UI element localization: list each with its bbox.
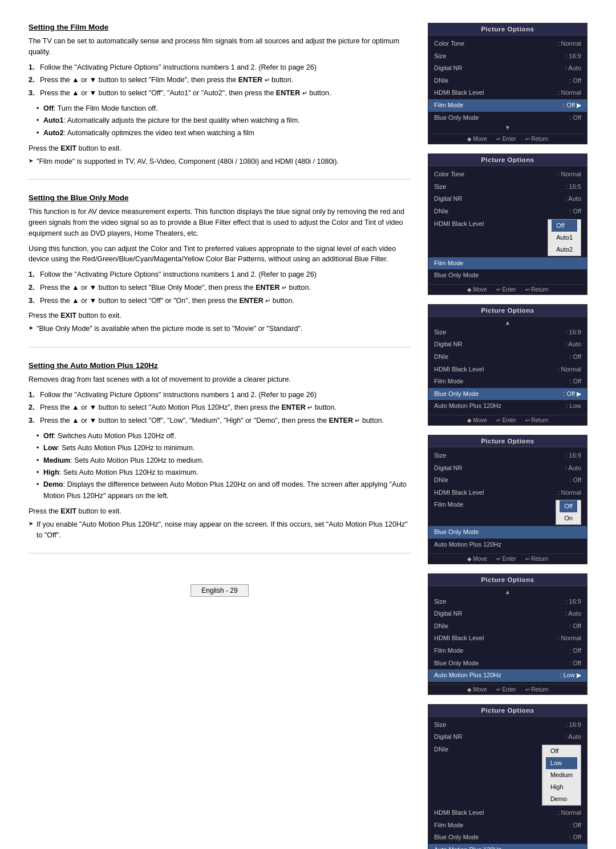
panel6-row-dnie: DNIe Off Low Medium High Demo [428,743,587,807]
tv-panel-2: Picture Options Color Tone: Normal Size:… [428,153,587,295]
dropdown2-off: Off [560,500,577,512]
tv-panel-1: Picture Options Color Tone: Normal Size:… [428,23,587,144]
panel3-return: ↩ Return [525,417,549,423]
panel3-header: Picture Options [428,305,587,317]
section-title-auto-motion: Setting the Auto Motion Plus 120Hz [29,361,411,370]
panel1-down-arrow: ▼ [428,124,587,131]
panel3-footer: ◆ Move ↵ Enter ↩ Return [428,415,587,425]
footer-wrap: English - 29 [29,567,411,597]
blue-only-step-1: 1. Follow the "Activating Picture Option… [29,269,411,280]
auto-motion-step-1: 1. Follow the "Activating Picture Option… [29,390,411,401]
panel1-enter: ↵ Enter [496,136,516,142]
panel1-footer: ◆ Move ↵ Enter ↩ Return [428,134,587,144]
panel3-enter: ↵ Enter [496,417,516,423]
am-dropdown-low: Low [546,757,577,769]
panel1-row-dnie: DNIe: Off [428,75,587,87]
panel5-footer: ◆ Move ↵ Enter ↩ Return [428,684,587,694]
panel3-move: ◆ Move [467,417,487,423]
step-num-3: 3. [29,88,37,99]
am-dropdown-medium: Medium [546,769,577,781]
tv-panel-3: Picture Options ▲ Size: 16:9 Digital NR:… [428,304,587,426]
panel4-enter: ↵ Enter [496,556,516,562]
panel4-footer: ◆ Move ↵ Enter ↩ Return [428,553,587,564]
panel5-move: ◆ Move [467,686,487,693]
panel6-header: Picture Options [428,705,587,717]
am-dropdown-demo: Demo [546,793,577,805]
panel1-header: Picture Options [428,23,587,35]
panel3-row-size: Size: 16:9 [428,326,587,339]
am-bullet-medium: Medium: Sets Auto Motion Plus 120Hz to m… [38,455,411,466]
panel5-enter: ↵ Enter [496,686,516,693]
tv-panel-5: Picture Options ▲ Size: 16:9 Digital NR:… [428,573,587,695]
section-film-mode: Setting the Film Mode The TV can be set … [29,23,411,180]
panel5-row-automotion: Auto Motion Plus 120Hz: Low ▶ [428,669,587,682]
panel3-row-blueonly: Blue Only Mode: Off ▶ [428,388,587,401]
am-step-num-1: 1. [29,390,37,401]
panel1-row-size: Size: 16:9 [428,50,587,63]
film-mode-exit-note: Press the EXIT button to exit. [29,143,411,154]
step-text-1: Follow the "Activating Picture Options" … [40,62,317,73]
panel6-row-blueonly: Blue Only Mode: Off [428,831,587,844]
tv-panel-6: Picture Options Size: 16:9 Digital NR: A… [428,704,587,849]
panel5-rows: ▲ Size: 16:9 Digital NR: Auto DNIe: Off … [428,586,587,684]
panel4-dropdown: Off On [556,500,581,525]
panel4-row-automotion: Auto Motion Plus 120Hz [428,539,587,551]
dropdown-off: Off [552,220,577,232]
panel2-header: Picture Options [428,154,587,166]
panel2-row-filmmode: Film Mode [428,257,587,270]
auto-motion-steps: 1. Follow the "Activating Picture Option… [29,390,411,426]
bullet-auto1: Auto1: Automatically adjusts the picture… [38,115,411,126]
panel1-rows: Color Tone: Normal Size: 16:9 Digital NR… [428,35,587,134]
film-mode-step-3: 3. Press the ▲ or ▼ button to select "Of… [29,88,411,99]
panel2-footer: ◆ Move ↵ Enter ↩ Return [428,284,587,294]
auto-motion-step-3: 3. Press the ▲ or ▼ button to select "Of… [29,415,411,426]
dropdown-auto1: Auto1 [552,232,577,244]
panel2-row-blueonly: Blue Only Mode [428,269,587,282]
panel6-rows: Size: 16:9 Digital NR: Auto DNIe Off Low… [428,717,587,849]
step-text-2: Press the ▲ or ▼ button to select "Film … [40,75,293,86]
section-blue-only: Setting the Blue Only Mode This function… [29,193,411,347]
panel5-row-hdmi: HDMI Black Level: Normal [428,632,587,645]
blue-only-desc2: Using this function, you can adjust the … [29,244,411,265]
blue-only-exit-note: Press the EXIT button to exit. [29,310,411,321]
panel2-row-size: Size: 16:5 [428,181,587,193]
am-step-text-1: Follow the "Activating Picture Options" … [40,390,317,401]
auto-motion-desc: Removes drag from fast scenes with a lot… [29,374,411,385]
panel6-row-size: Size: 16:9 [428,719,587,731]
panel4-row-blueonly: Blue Only Mode [428,526,587,539]
am-exit-note: Press the EXIT button to exit. [29,506,411,517]
panel2-move: ◆ Move [467,286,487,293]
blue-only-note-arrow: "Blue Only Mode" is available when the p… [29,324,411,334]
panel2-row-dnr: Digital NR: Auto [428,193,587,205]
blue-only-step-3: 3. Press the ▲ or ▼ button to select "Of… [29,296,411,306]
panel3-row-hdmi: HDMI Black Level: Normal [428,363,587,376]
blue-step-num-2: 2. [29,282,37,293]
am-bullet-low: Low: Sets Auto Motion Plus 120Hz to mini… [38,443,411,454]
panel3-row-filmmode: Film Mode: Off [428,375,587,388]
am-bullet-off: Off: Switches Auto Motion Plus 120Hz off… [38,431,411,442]
panel5-row-dnr: Digital NR: Auto [428,608,587,620]
right-column: Picture Options Color Tone: Normal Size:… [428,23,587,849]
bullet-off: Off: Turn the Film Mode function off. [38,103,411,114]
panel1-row-hdmi: HDMI Black Level: Normal [428,87,587,99]
step-num-2: 2. [29,75,37,86]
am-bullet-high: High: Sets Auto Motion Plus 120Hz to max… [38,467,411,478]
panel1-row-dnr: Digital NR: Auto [428,62,587,75]
blue-only-desc1: This function is for AV device measureme… [29,207,411,238]
panel3-up-arrow: ▲ [428,319,587,326]
panel3-rows: ▲ Size: 16:9 Digital NR: Auto DNIe: Off … [428,317,587,415]
panel2-enter: ↵ Enter [496,286,516,293]
blue-step-text-3: Press the ▲ or ▼ button to select "Off" … [40,296,294,306]
panel4-move: ◆ Move [467,556,487,562]
am-step-num-2: 2. [29,402,37,413]
bullet-auto2: Auto2: Automatically optimizes the video… [38,128,411,139]
film-mode-steps: 1. Follow the "Activating Picture Option… [29,62,411,99]
panel2-return: ↩ Return [525,286,549,293]
film-mode-note-arrow: "Film mode" is supported in TV, AV, S-Vi… [29,156,411,167]
blue-step-num-3: 3. [29,296,37,306]
panel5-header: Picture Options [428,574,587,586]
auto-motion-bullets: Off: Switches Auto Motion Plus 120Hz off… [29,431,411,502]
blue-step-num-1: 1. [29,269,37,280]
panel2-rows: Color Tone: Normal Size: 16:5 Digital NR… [428,166,587,284]
panel4-rows: Size: 16:9 Digital NR: Auto DNIe: Off HD… [428,447,587,553]
